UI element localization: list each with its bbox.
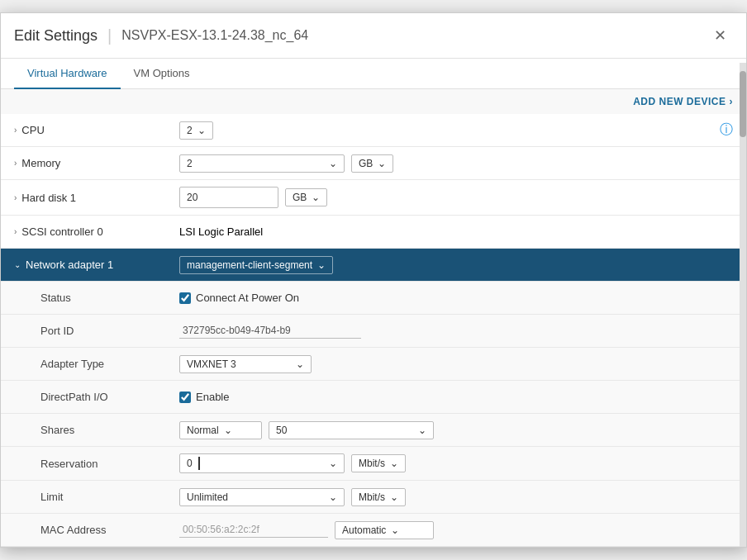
port-id-value <box>179 323 733 339</box>
mac-address-mode-value: Automatic <box>342 524 386 536</box>
add-device-button[interactable]: ADD NEW DEVICE › <box>633 96 733 107</box>
port-id-row: Port ID <box>1 315 746 348</box>
scsi-expand-icon[interactable]: › <box>14 227 17 236</box>
memory-expand-icon[interactable]: › <box>14 159 17 168</box>
toolbar: ADD NEW DEVICE › <box>1 89 746 114</box>
close-button[interactable]: ✕ <box>707 23 733 48</box>
directpath-checkbox-label[interactable]: Enable <box>179 391 229 403</box>
limit-select-arrow-icon: ⌄ <box>329 491 337 503</box>
cpu-select[interactable]: 2 ⌄ <box>179 121 213 140</box>
scsi-controller-label: › SCSI controller 0 <box>14 225 179 238</box>
edit-settings-dialog: Edit Settings | NSVPX-ESX-13.1-24.38_nc_… <box>0 12 747 548</box>
hard-disk-expand-icon[interactable]: › <box>14 193 17 202</box>
hard-disk-unit-arrow-icon: ⌄ <box>312 192 320 203</box>
port-id-input[interactable] <box>179 323 361 339</box>
shares-number-select[interactable]: 50 ⌄ <box>269 421 434 439</box>
status-row: Status Connect At Power On <box>1 282 746 315</box>
reservation-input-box[interactable]: 0 ⌄ <box>179 453 345 473</box>
mac-address-mode-select[interactable]: Automatic ⌄ <box>335 521 434 539</box>
cpu-value: 2 ⌄ ⓘ <box>179 121 733 140</box>
limit-unit-value: Mbit/s <box>359 491 385 503</box>
shares-number-value: 50 <box>276 425 287 436</box>
scrollbar-thumb[interactable] <box>740 71 746 137</box>
limit-unit-arrow-icon: ⌄ <box>390 491 398 503</box>
memory-unit-select[interactable]: GB ⌄ <box>351 154 393 173</box>
dialog-title: Edit Settings <box>14 27 98 45</box>
add-device-label: ADD NEW DEVICE <box>633 96 726 107</box>
mac-address-mode-arrow-icon: ⌄ <box>391 524 399 536</box>
scsi-label-text: SCSI controller 0 <box>21 225 102 238</box>
scsi-controller-row: › SCSI controller 0 LSI Logic Parallel <box>1 216 746 249</box>
memory-label: › Memory <box>14 157 179 169</box>
directpath-checkbox-text: Enable <box>196 391 229 403</box>
directpath-value: Enable <box>179 391 733 403</box>
reservation-label-text: Reservation <box>40 458 98 470</box>
limit-unit-select[interactable]: Mbit/s ⌄ <box>351 488 406 506</box>
shares-number-arrow-icon: ⌄ <box>418 425 426 436</box>
reservation-unit-select[interactable]: Mbit/s ⌄ <box>351 454 406 472</box>
memory-unit-arrow-icon: ⌄ <box>378 158 386 169</box>
cpu-select-arrow-icon: ⌄ <box>197 125 206 136</box>
reservation-row: Reservation 0 ⌄ Mbit/s ⌄ <box>1 447 746 481</box>
memory-select[interactable]: 2 ⌄ <box>179 154 345 173</box>
hard-disk-unit-value: GB <box>293 192 307 203</box>
memory-value: 2 ⌄ GB ⌄ <box>179 154 733 173</box>
scsi-value: LSI Logic Parallel <box>179 225 733 238</box>
cpu-expand-icon[interactable]: › <box>14 126 17 135</box>
cpu-row: › CPU 2 ⌄ ⓘ <box>1 114 746 147</box>
mac-address-label: MAC Address <box>14 524 179 536</box>
mac-address-value: Automatic ⌄ <box>179 521 733 539</box>
reservation-unit-value: Mbit/s <box>359 458 385 469</box>
shares-select-value: Normal <box>187 425 219 436</box>
limit-select-value: Unlimited <box>187 491 228 503</box>
adapter-type-row: Adapter Type VMXNET 3 ⌄ <box>1 348 746 381</box>
reservation-value-text: 0 <box>187 458 193 469</box>
network-adapter-select[interactable]: management-client-segment ⌄ <box>179 256 333 274</box>
network-adapter-value: management-client-segment ⌄ <box>179 256 733 274</box>
limit-row: Limit Unlimited ⌄ Mbit/s ⌄ <box>1 481 746 514</box>
hard-disk-unit-select[interactable]: GB ⌄ <box>285 188 327 206</box>
status-label-text: Status <box>40 292 71 304</box>
reservation-arrow-icon: ⌄ <box>329 458 337 469</box>
limit-value: Unlimited ⌄ Mbit/s ⌄ <box>179 488 733 506</box>
shares-value: Normal ⌄ 50 ⌄ <box>179 421 733 439</box>
add-device-chevron-icon: › <box>730 96 734 107</box>
status-value: Connect At Power On <box>179 292 733 304</box>
hard-disk-label: › Hard disk 1 <box>14 192 179 204</box>
shares-row: Shares Normal ⌄ 50 ⌄ <box>1 414 746 447</box>
adapter-type-value: VMXNET 3 ⌄ <box>179 355 733 373</box>
hard-disk-value: GB ⌄ <box>179 187 733 208</box>
adapter-type-label-text: Adapter Type <box>40 358 104 370</box>
shares-label: Shares <box>14 424 179 436</box>
mac-address-row: MAC Address Automatic ⌄ <box>1 514 746 547</box>
shares-select-arrow-icon: ⌄ <box>224 425 232 436</box>
hard-disk-row: › Hard disk 1 GB ⌄ <box>1 180 746 216</box>
mac-address-label-text: MAC Address <box>40 524 106 536</box>
hard-disk-input[interactable] <box>179 187 278 208</box>
text-cursor <box>198 457 200 470</box>
port-id-label-text: Port ID <box>40 325 74 337</box>
scrollbar[interactable] <box>740 63 746 547</box>
limit-select[interactable]: Unlimited ⌄ <box>179 488 345 506</box>
mac-address-input[interactable] <box>179 522 328 538</box>
adapter-type-select-arrow-icon: ⌄ <box>296 358 304 370</box>
tab-virtual-hardware[interactable]: Virtual Hardware <box>14 59 121 89</box>
network-adapter-label-text: Network adapter 1 <box>26 259 113 271</box>
adapter-type-select[interactable]: VMXNET 3 ⌄ <box>179 355 312 373</box>
network-adapter-expand-icon[interactable]: ⌄ <box>14 260 21 269</box>
reservation-value: 0 ⌄ Mbit/s ⌄ <box>179 453 733 473</box>
memory-row: › Memory 2 ⌄ GB ⌄ <box>1 147 746 180</box>
cpu-label: › CPU <box>14 124 179 136</box>
shares-select[interactable]: Normal ⌄ <box>179 421 262 439</box>
directpath-checkbox[interactable] <box>179 392 191 403</box>
shares-label-text: Shares <box>40 424 74 436</box>
directpath-label: DirectPath I/O <box>14 391 179 403</box>
limit-label: Limit <box>14 491 179 503</box>
memory-unit-value: GB <box>359 158 373 169</box>
dialog-subtitle: NSVPX-ESX-13.1-24.38_nc_64 <box>121 28 308 43</box>
cpu-select-value: 2 <box>187 125 193 136</box>
status-checkbox[interactable] <box>179 292 191 304</box>
status-checkbox-label[interactable]: Connect At Power On <box>179 292 299 304</box>
tab-vm-options[interactable]: VM Options <box>121 59 203 89</box>
cpu-info-icon[interactable]: ⓘ <box>720 121 733 139</box>
